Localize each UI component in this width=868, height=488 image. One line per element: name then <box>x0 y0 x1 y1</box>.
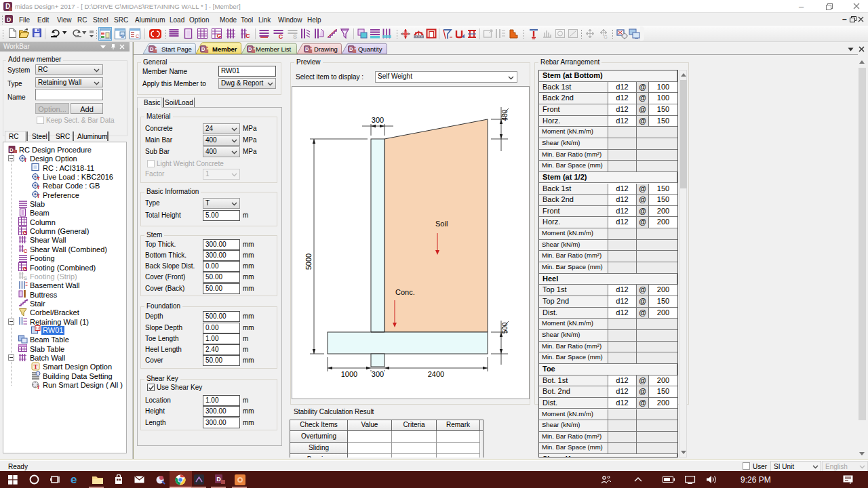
svg-text:500: 500 <box>501 322 509 333</box>
svg-text:D: D <box>349 46 353 52</box>
svg-text:480: 480 <box>501 109 509 121</box>
svg-text:T: T <box>37 184 40 190</box>
svg-text:Soil: Soil <box>435 220 448 228</box>
svg-text:D: D <box>201 46 205 52</box>
svg-text:D: D <box>150 46 154 52</box>
svg-text:1000: 1000 <box>341 370 357 378</box>
svg-text:T: T <box>33 363 37 370</box>
svg-text:T: T <box>24 157 27 163</box>
svg-text:S: S <box>121 34 124 39</box>
svg-text:G: G <box>216 33 221 39</box>
svg-text:D: D <box>216 476 221 483</box>
svg-text:G: G <box>604 35 607 39</box>
svg-text:G: G <box>22 230 26 235</box>
svg-text:300: 300 <box>372 116 384 124</box>
svg-text:D: D <box>9 147 14 153</box>
svg-text:D: D <box>7 16 12 23</box>
svg-text:S: S <box>24 275 28 281</box>
svg-text:C: C <box>279 33 283 39</box>
svg-text:300: 300 <box>372 370 384 378</box>
svg-text:C: C <box>245 33 250 39</box>
svg-text:T: T <box>37 176 40 181</box>
svg-text:S: S <box>293 33 297 39</box>
svg-text:D: D <box>248 46 252 52</box>
svg-text:G: G <box>22 266 26 271</box>
svg-text:2400: 2400 <box>428 370 444 378</box>
svg-text:Conc.: Conc. <box>395 288 415 296</box>
svg-text:12: 12 <box>35 326 39 330</box>
svg-text:C: C <box>24 248 28 253</box>
svg-text:C: C <box>136 34 139 39</box>
svg-text:D: D <box>305 46 309 52</box>
svg-text:5000: 5000 <box>304 253 313 270</box>
svg-text:T: T <box>37 193 40 199</box>
svg-text:T: T <box>37 384 40 390</box>
